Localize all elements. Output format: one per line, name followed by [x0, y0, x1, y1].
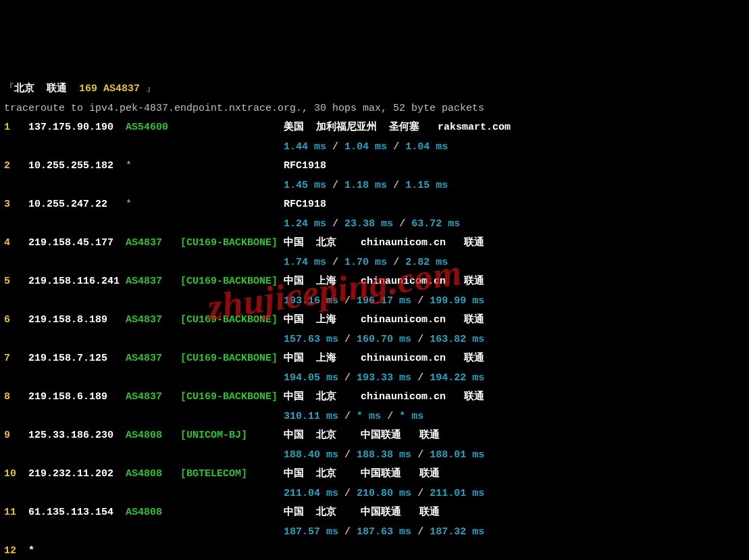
hop-rtt-row: 1.44 ms / 1.04 ms / 1.04 ms: [4, 138, 749, 157]
hop-asn: AS4837: [126, 276, 180, 287]
hop-rtt-row: 310.11 ms / * ms / * ms: [4, 407, 749, 427]
rtt-value: 187.57 ms: [284, 526, 338, 538]
rtt-value: 1.44 ms: [284, 141, 326, 153]
hop-rtt-row: 1.74 ms / 1.70 ms / 2.82 ms: [4, 253, 749, 273]
hop-location: 中国 北京 中国联通 联通: [284, 430, 440, 441]
hop-row: 7 219.158.7.125 AS4837 [CU169-BACKBONE] …: [4, 349, 749, 369]
rtt-value: 187.63 ms: [357, 526, 411, 538]
rtt-value: 1.04 ms: [405, 141, 448, 153]
hop-location: 中国 北京 中国联通 联通: [284, 468, 440, 480]
hop-number: 6: [4, 314, 28, 326]
rtt-value: 193.16 ms: [284, 295, 338, 307]
rtt-value: 1.74 ms: [284, 257, 326, 268]
hop-ip: 219.158.8.189: [28, 314, 126, 326]
terminal-output: 『北京 联通 169 AS4837 』traceroute to ipv4.pe…: [4, 80, 749, 560]
hop-rtt-row: 211.04 ms / 210.80 ms / 211.01 ms: [4, 484, 749, 504]
hop-rtt-row: 187.57 ms / 187.63 ms / 187.32 ms: [4, 523, 749, 542]
hop-number: 1: [4, 122, 28, 133]
rtt-value: 194.22 ms: [430, 372, 484, 384]
hop-rtt-row: 193.16 ms / 196.17 ms / 199.99 ms: [4, 292, 749, 311]
hop-row: 6 219.158.8.189 AS4837 [CU169-BACKBONE] …: [4, 311, 749, 330]
rtt-value: 310.11 ms: [284, 411, 338, 422]
hop-asn: AS4837: [126, 237, 180, 249]
hop-star: *: [28, 545, 34, 557]
rtt-value: 211.04 ms: [284, 488, 338, 499]
hop-rtt-row: 194.05 ms / 193.33 ms / 194.22 ms: [4, 369, 749, 388]
hop-number: 4: [4, 237, 28, 249]
rtt-value: 1.04 ms: [344, 141, 387, 153]
rtt-value: 160.70 ms: [357, 334, 411, 345]
hop-row: 5 219.158.116.241 AS4837 [CU169-BACKBONE…: [4, 272, 749, 292]
hop-location: 中国 北京 chinaunicom.cn 联通: [284, 391, 484, 403]
rtt-value: 188.38 ms: [357, 449, 411, 461]
rtt-value: 1.45 ms: [284, 180, 326, 191]
hop-rtt-row: 1.45 ms / 1.18 ms / 1.15 ms: [4, 176, 749, 196]
hop-asn: AS4808: [126, 430, 180, 441]
hop-number: 5: [4, 276, 28, 287]
rtt-value: 1.18 ms: [344, 180, 387, 191]
hop-rtt-row: 1.24 ms / 23.38 ms / 63.72 ms: [4, 215, 749, 234]
hop-ip: 219.158.7.125: [28, 353, 126, 364]
hop-location: 中国 上海 chinaunicom.cn 联通: [284, 353, 484, 364]
rtt-value: 193.33 ms: [357, 372, 411, 384]
hop-location: RFC1918: [284, 199, 326, 210]
rtt-value: 1.15 ms: [405, 180, 448, 191]
hop-tag: [BGTELECOM]: [180, 468, 284, 480]
route-header: 『北京 联通 169 AS4837 』: [4, 80, 749, 99]
hop-row: 2 10.255.255.182 * RFC1918: [4, 157, 749, 176]
hop-ip: 219.158.116.241: [28, 276, 126, 287]
hop-ip: 10.255.255.182: [28, 160, 126, 172]
hop-asn: AS4837: [126, 353, 180, 364]
hop-number: 3: [4, 199, 28, 210]
hop-location: 美国 加利福尼亚州 圣何塞 raksmart.com: [284, 122, 511, 133]
hop-row: 4 219.158.45.177 AS4837 [CU169-BACKBONE]…: [4, 234, 749, 253]
hop-row: 9 125.33.186.230 AS4808 [UNICOM-BJ] 中国 北…: [4, 426, 749, 446]
hop-asn: AS4808: [126, 507, 180, 518]
hop-number: 7: [4, 353, 28, 364]
hop-asn: AS54600: [126, 122, 180, 133]
hop-ip: 219.232.11.202: [28, 468, 126, 480]
hop-number: 9: [4, 430, 28, 441]
hop-row: 3 10.255.247.22 * RFC1918: [4, 195, 749, 215]
hop-tag: [CU169-BACKBONE]: [180, 237, 284, 249]
rtt-value: 1.24 ms: [284, 218, 326, 230]
hop-asn: *: [126, 160, 132, 172]
rtt-value: 188.40 ms: [284, 449, 338, 461]
hop-ip: 61.135.113.154: [28, 507, 126, 518]
hop-ip: 219.158.45.177: [28, 237, 126, 249]
rtt-value: 2.82 ms: [405, 257, 448, 268]
hop-row: 8 219.158.6.189 AS4837 [CU169-BACKBONE] …: [4, 388, 749, 407]
hop-asn: AS4808: [126, 468, 180, 480]
hop-asn: AS4837: [126, 314, 180, 326]
hop-row: 11 61.135.113.154 AS4808 中国 北京 中国联通 联通: [4, 503, 749, 523]
hop-rtt-row: 188.40 ms / 188.38 ms / 188.01 ms: [4, 446, 749, 465]
rtt-value: 63.72 ms: [411, 218, 460, 230]
hop-number: 2: [4, 160, 28, 172]
hop-number: 8: [4, 391, 28, 403]
hop-tag: [UNICOM-BJ]: [180, 430, 284, 441]
traceroute-command: traceroute to ipv4.pek-4837.endpoint.nxt…: [4, 99, 749, 119]
hop-ip: 125.33.186.230: [28, 430, 126, 441]
hop-row: 12 *: [4, 542, 749, 560]
rtt-value: 157.63 ms: [284, 334, 338, 345]
rtt-value: 187.32 ms: [430, 526, 484, 538]
rtt-value: * ms: [399, 411, 423, 422]
hop-number: 12: [4, 545, 28, 557]
rtt-value: 196.17 ms: [357, 295, 411, 307]
hop-location: 中国 北京 chinaunicom.cn 联通: [284, 237, 484, 249]
hop-ip: 10.255.247.22: [28, 199, 126, 210]
rtt-value: 188.01 ms: [430, 449, 484, 461]
hop-location: RFC1918: [284, 160, 326, 172]
rtt-value: 163.82 ms: [430, 334, 484, 345]
hop-row: 1 137.175.90.190 AS54600 美国 加利福尼亚州 圣何塞 r…: [4, 118, 749, 138]
hop-tag: [CU169-BACKBONE]: [180, 391, 284, 403]
rtt-value: 1.70 ms: [344, 257, 387, 268]
hop-location: 中国 上海 chinaunicom.cn 联通: [284, 276, 484, 287]
hop-location: 中国 北京 中国联通 联通: [284, 507, 440, 518]
hop-row: 10 219.232.11.202 AS4808 [BGTELECOM] 中国 …: [4, 465, 749, 484]
hop-asn: AS4837: [126, 391, 180, 403]
rtt-value: 194.05 ms: [284, 372, 338, 384]
hop-ip: 137.175.90.190: [28, 122, 126, 133]
rtt-value: 23.38 ms: [344, 218, 393, 230]
hop-tag: [CU169-BACKBONE]: [180, 314, 284, 326]
